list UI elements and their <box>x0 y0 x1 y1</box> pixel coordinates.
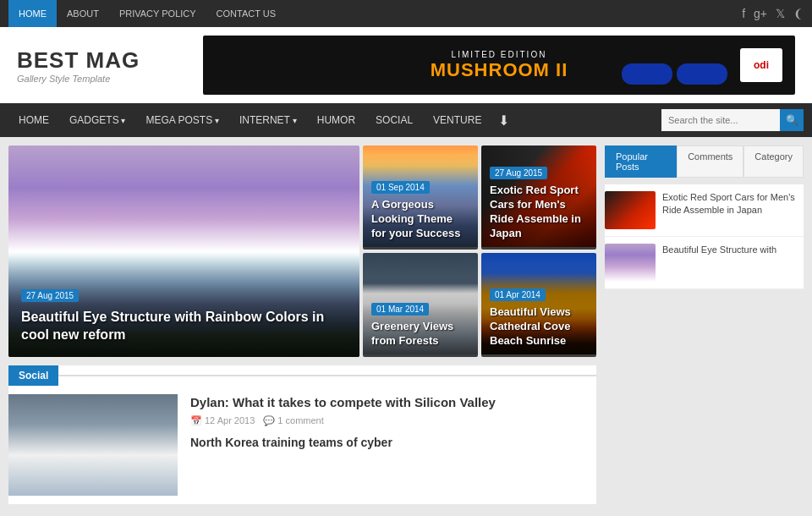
popular-tabs: Popular Posts Comments Category <box>605 145 804 178</box>
featured-item-car[interactable]: 27 Aug 2015 Exotic Red Sport Cars for Me… <box>481 145 596 250</box>
top-nav-privacy[interactable]: PRIVACY POLICY <box>109 0 206 27</box>
twitter-icon[interactable]: 𝕏 <box>776 7 785 20</box>
featured-grid: 27 Aug 2015 Beautiful Eye Structure with… <box>8 145 596 357</box>
tab-popular-posts[interactable]: Popular Posts <box>605 145 677 178</box>
social-post-list: Dylan: What it takes to compete with Sil… <box>190 394 596 496</box>
main-nav: HOME GADGETS MEGA POSTS INTERNET HUMOR S… <box>0 103 812 137</box>
banner-logo-text: odi <box>754 59 769 71</box>
phone-post-date: 01 Mar 2014 <box>371 303 429 316</box>
featured-item-theme[interactable]: 01 Sep 2014 A Gorgeous Looking Theme for… <box>363 145 478 250</box>
social-post-date-1: 📅 12 Apr 2013 <box>190 415 255 426</box>
theme-post-title: A Gorgeous Looking Theme for your Succes… <box>371 198 469 241</box>
social-section-header: Social <box>8 365 596 386</box>
nav-venture[interactable]: VENTURE <box>423 103 491 137</box>
featured-item-phone[interactable]: 01 Mar 2014 Greenery Views from Forests <box>363 253 478 357</box>
top-nav-social: f g+ 𝕏 ❨ <box>742 7 804 20</box>
brand-subtitle: Gallery Style Template <box>17 74 186 84</box>
popular-post-1[interactable]: Exotic Red Sport Cars for Men's Ride Ass… <box>605 184 804 237</box>
social-section-label: Social <box>8 365 58 386</box>
phone-post-overlay: 01 Mar 2014 Greenery Views from Forests <box>363 277 478 357</box>
main-post-overlay: 27 Aug 2015 Beautiful Eye Structure with… <box>8 255 359 357</box>
social-post-meta-1: 📅 12 Apr 2013 💬 1 comment <box>190 415 596 426</box>
nav-home[interactable]: HOME <box>8 103 59 137</box>
main-content: 27 Aug 2015 Beautiful Eye Structure with… <box>8 145 596 513</box>
calendar-icon: 📅 <box>190 415 202 426</box>
header: BEST MAG Gallery Style Template LIMITED … <box>0 27 812 103</box>
top-nav-items: HOME ABOUT PRIVACY POLICY CONTACT US <box>8 0 286 27</box>
nav-internet[interactable]: INTERNET <box>229 103 307 138</box>
social-post-title-2[interactable]: North Korea training teams of cyber <box>190 435 596 450</box>
featured-main-post[interactable]: 27 Aug 2015 Beautiful Eye Structure with… <box>8 145 359 357</box>
top-nav-home[interactable]: HOME <box>8 0 57 27</box>
nav-social[interactable]: SOCIAL <box>365 103 423 137</box>
social-section: Social Dylan: What it takes to compete w… <box>8 365 596 504</box>
theme-post-date: 01 Sep 2014 <box>371 181 430 194</box>
social-posts: Dylan: What it takes to compete with Sil… <box>8 394 596 504</box>
brand: BEST MAG Gallery Style Template <box>17 47 186 84</box>
popular-post-title-2: Beautiful Eye Structure with <box>662 244 776 282</box>
top-nav: HOME ABOUT PRIVACY POLICY CONTACT US f g… <box>0 0 812 27</box>
top-nav-about[interactable]: ABOUT <box>57 0 109 27</box>
banner-name: MUSHROOM II <box>431 59 568 81</box>
brand-title: BEST MAG <box>17 47 186 74</box>
banner-text: LIMITED EDITION MUSHROOM II <box>431 50 568 81</box>
beach-post-overlay: 01 Apr 2014 Beautiful Views Cathedral Co… <box>481 262 596 357</box>
popular-thumb-2 <box>605 244 656 282</box>
search-input[interactable] <box>661 109 780 131</box>
popular-post-title-1: Exotic Red Sport Cars for Men's Ride Ass… <box>662 191 804 229</box>
social-thumb-image <box>8 394 178 496</box>
nav-megaposts[interactable]: MEGA POSTS <box>135 103 228 138</box>
beach-post-title: Beautiful Views Cathedral Cove Beach Sun… <box>490 305 588 349</box>
nav-gadgets[interactable]: GADGETS <box>59 103 135 138</box>
popular-thumb-1 <box>605 191 656 229</box>
phone-post-title: Greenery Views from Forests <box>371 320 469 349</box>
featured-item-beach[interactable]: 01 Apr 2014 Beautiful Views Cathedral Co… <box>481 253 596 357</box>
section-divider <box>58 375 596 376</box>
car-post-date: 27 Aug 2015 <box>490 167 547 179</box>
tab-category[interactable]: Category <box>743 145 804 178</box>
rss-icon[interactable]: ❨ <box>793 7 804 20</box>
top-nav-contact[interactable]: CONTACT US <box>206 0 287 27</box>
banner-limited: LIMITED EDITION <box>431 50 568 59</box>
search-button[interactable]: 🔍 <box>780 109 804 131</box>
car-post-overlay: 27 Aug 2015 Exotic Red Sport Cars for Me… <box>481 145 596 250</box>
content-area: 27 Aug 2015 Beautiful Eye Structure with… <box>0 137 812 516</box>
banner-image <box>622 47 727 85</box>
theme-post-overlay: 01 Sep 2014 A Gorgeous Looking Theme for… <box>363 155 478 250</box>
comment-icon: 💬 <box>263 415 275 426</box>
banner-logo: odi <box>740 48 782 82</box>
beach-post-date: 01 Apr 2014 <box>490 288 546 301</box>
popular-posts-list: Exotic Red Sport Cars for Men's Ride Ass… <box>605 184 804 289</box>
download-icon[interactable]: ⬇ <box>491 113 516 129</box>
sidebar: Popular Posts Comments Category Exotic R… <box>605 145 804 513</box>
nav-humor[interactable]: HUMOR <box>307 103 365 137</box>
search-bar: 🔍 <box>661 109 804 131</box>
social-post-comments-1: 💬 1 comment <box>263 415 323 426</box>
car-post-title: Exotic Red Sport Cars for Men's Ride Ass… <box>490 184 588 241</box>
facebook-icon[interactable]: f <box>742 7 745 20</box>
banner-ad[interactable]: LIMITED EDITION MUSHROOM II odi <box>203 36 795 95</box>
main-post-title: Beautiful Eye Structure with Rainbow Col… <box>21 309 347 344</box>
popular-post-2[interactable]: Beautiful Eye Structure with <box>605 237 804 289</box>
googleplus-icon[interactable]: g+ <box>754 7 767 20</box>
social-post-title-1[interactable]: Dylan: What it takes to compete with Sil… <box>190 394 596 411</box>
tab-comments[interactable]: Comments <box>677 145 743 178</box>
main-post-date: 27 Aug 2015 <box>21 289 79 302</box>
